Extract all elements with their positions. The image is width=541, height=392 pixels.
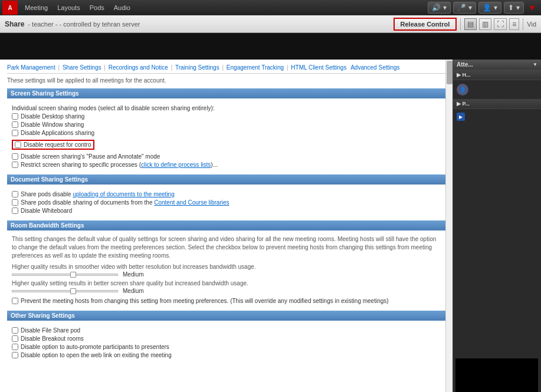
disable-desktop-label: Disable Desktop sharing [21, 113, 84, 120]
slider-2-value: Medium [123, 288, 144, 294]
disable-window-checkbox[interactable] [12, 121, 18, 128]
disable-control-row: Disable request for contro [12, 138, 441, 151]
view-single-button[interactable]: ▤ [464, 18, 477, 30]
share-bar-right: Release Control ▤ ▥ ⛶ ≡ Vid [394, 18, 536, 31]
speaker-dropdown-icon[interactable]: ▾ [442, 4, 448, 12]
participant-icon-1: ▶ [457, 113, 465, 121]
share-pods-upload-label: Share pods disable uploading of document… [21, 191, 175, 197]
microphone-icon: 🎤 [456, 4, 467, 12]
nav-sep5: | [287, 64, 290, 71]
restrict-screen-checkbox[interactable] [12, 162, 18, 168]
disable-whiteboard-label: Disable Whiteboard [21, 207, 72, 214]
disable-whiteboard-checkbox[interactable] [12, 207, 18, 214]
settings-page: Park Management | Share Settings | Recor… [0, 60, 453, 370]
host-avatar: 👤 [457, 84, 468, 95]
share-bar: Share - teacher - - controlled by tehran… [0, 15, 541, 33]
disable-weblink-checkbox[interactable] [12, 352, 18, 358]
slider-1-label: Higher quality results in smoother video… [12, 263, 441, 270]
share-icon-group[interactable]: ⬆ ▾ [504, 2, 524, 14]
scrollbar[interactable] [445, 60, 453, 392]
nav-recordings[interactable]: Recordings and Notice [109, 64, 168, 71]
slider-row-1: Higher quality results in smoother video… [12, 263, 441, 278]
uploading-link[interactable]: uploading of documents to the meeting [73, 191, 174, 197]
share-pods-content-checkbox[interactable] [12, 199, 18, 206]
disable-desktop-checkbox[interactable] [12, 113, 18, 120]
participants-section: ▶ [453, 109, 541, 124]
disable-autopromote-checkbox[interactable] [12, 344, 18, 350]
disable-file-share-label: Disable File Share pod [21, 327, 80, 334]
menu-bar: A Meeting Layouts Pods Audio 🔊 ▾ 🎤 ▾ 👤 ▾… [0, 0, 541, 15]
content-libraries-link[interactable]: Content and Course libraries [154, 199, 229, 206]
disable-control-label: Disable request for contro [24, 141, 91, 148]
share-pods-upload-checkbox[interactable] [12, 191, 18, 197]
nav-sep2: | [104, 64, 107, 71]
other-sharing-content: Disable File Share pod Disable Breakout … [7, 324, 445, 365]
doc-sharing-header: Document Sharing Settings [7, 174, 445, 185]
audio-icon-group[interactable]: 🔊 ▾ [428, 2, 451, 14]
prevent-change-row: Prevent the meeting hosts from changing … [12, 298, 441, 304]
disable-breakout-label: Disable Breakout rooms [21, 335, 84, 342]
disable-pause-row: Disable screen sharing's "Pause and Anno… [12, 153, 441, 160]
view-split-button[interactable]: ▥ [479, 18, 491, 30]
menu-item-audio[interactable]: Audio [109, 1, 135, 15]
disable-control-checkbox[interactable] [15, 141, 21, 148]
disable-weblink-row: Disable option to open the web link on e… [12, 352, 441, 358]
adobe-logo[interactable]: A [2, 1, 18, 15]
doc-sharing-content: Share pods disable uploading of document… [7, 188, 445, 220]
webcam-icon-group[interactable]: 👤 ▾ [478, 2, 501, 14]
slider-1-container: Medium [12, 271, 441, 278]
nav-share-settings[interactable]: Share Settings [63, 64, 101, 71]
view-menu-button[interactable]: ≡ [509, 18, 519, 30]
scrollbar-thumb[interactable] [447, 61, 453, 84]
mic-dropdown-icon[interactable]: ▾ [467, 4, 473, 12]
host-section-header[interactable]: ▶ H... [453, 70, 541, 80]
disable-pause-checkbox[interactable] [12, 153, 18, 160]
black-top-area [0, 33, 541, 60]
slider-2-track[interactable] [12, 290, 118, 292]
release-control-button[interactable]: Release Control [394, 18, 457, 31]
share-pods-content-label: Share pods disable sharing of documents … [21, 199, 229, 206]
disable-whiteboard-row: Disable Whiteboard [12, 207, 441, 214]
far-right-panel: Atte... ▼ ▶ H... 👤 ▶ P... ▶ ✦ [453, 60, 541, 392]
share-screen-icon: ⬆ [507, 4, 515, 12]
attendees-collapse-icon: ▼ [533, 62, 537, 67]
attendees-label: Atte... [457, 61, 473, 68]
menu-item-layouts[interactable]: Layouts [53, 1, 85, 15]
slider-2-label: Higher quality setting results in better… [12, 280, 441, 286]
disable-apps-label: Disable Applications sharing [21, 130, 94, 136]
mic-icon-group[interactable]: 🎤 ▾ [453, 2, 476, 14]
view-fullscreen-button[interactable]: ⛶ [494, 18, 507, 30]
menu-item-pods[interactable]: Pods [85, 1, 109, 15]
disable-apps-checkbox[interactable] [12, 130, 18, 136]
share-label: Share [5, 20, 24, 28]
webcam-dropdown-icon[interactable]: ▾ [493, 4, 499, 12]
host-item: 👤 [455, 83, 539, 97]
disable-breakout-row: Disable Breakout rooms [12, 335, 441, 342]
slider-1-thumb[interactable] [70, 272, 76, 278]
nav-links: Park Management | Share Settings | Recor… [7, 64, 445, 74]
prevent-change-checkbox[interactable] [12, 298, 18, 304]
slider-2-thumb[interactable] [70, 288, 76, 294]
share-subtitle: - teacher - - controlled by tehran serve… [28, 21, 140, 28]
nav-engagement[interactable]: Engagement Tracking [227, 64, 284, 71]
separator2 [523, 18, 523, 30]
attendees-panel-header[interactable]: Atte... ▼ [453, 60, 541, 70]
participant-item-1: ▶ [455, 111, 539, 122]
slider-1-track[interactable] [12, 274, 118, 276]
participants-section-header[interactable]: ▶ P... [453, 99, 541, 109]
disable-window-row: Disable Window sharing [12, 121, 441, 128]
share-dropdown-icon[interactable]: ▾ [515, 4, 521, 12]
disable-breakout-checkbox[interactable] [12, 335, 18, 342]
screen-sharing-intro: Individual screen sharing modes (select … [12, 105, 441, 111]
nav-training[interactable]: Training Settings [175, 64, 219, 71]
nav-html-client[interactable]: HTML Client Settings [291, 64, 346, 71]
separator [460, 18, 461, 30]
share-pods-upload-row: Share pods disable uploading of document… [12, 191, 441, 197]
disable-file-share-checkbox[interactable] [12, 327, 18, 334]
process-list-link[interactable]: click to define process lists [141, 162, 211, 168]
nav-advanced[interactable]: Advanced Settings [350, 64, 399, 71]
nav-park-management[interactable]: Park Management [7, 64, 55, 71]
content-area: Park Management | Share Settings | Recor… [0, 60, 453, 392]
menu-item-meeting[interactable]: Meeting [20, 1, 53, 15]
prevent-change-label: Prevent the meeting hosts from changing … [21, 298, 389, 304]
